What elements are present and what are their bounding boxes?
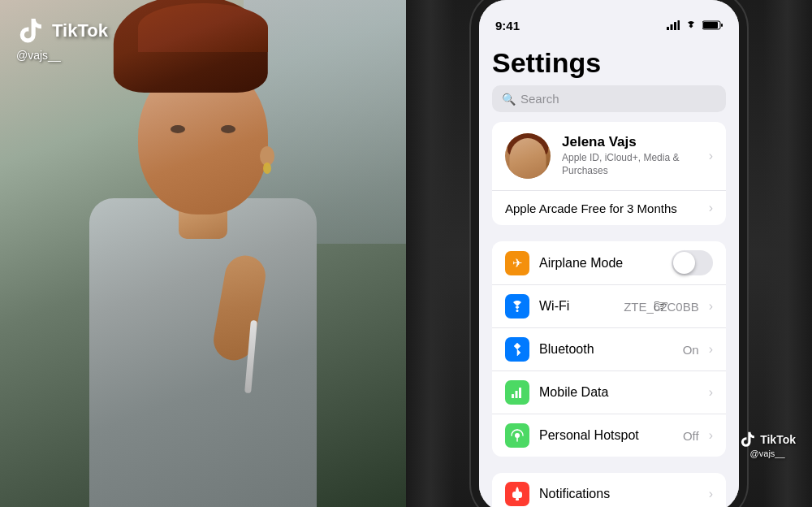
iphone-screen: 9:41 [479, 0, 739, 507]
svg-rect-0 [667, 27, 669, 30]
settings-row-airplane[interactable]: ✈ Airplane Mode [492, 241, 726, 285]
profile-section: Jelena Vajs Apple ID, iCloud+, Media & P… [492, 122, 726, 225]
search-bar[interactable]: 🔍 Search [492, 85, 726, 112]
wifi-label: Wi-Fi [539, 299, 614, 314]
hotspot-icon-svg [510, 428, 525, 443]
wifi-value: ZTE_62C0BB [624, 300, 699, 314]
settings-content: Settings 🔍 Search Jelena Vajs [479, 41, 739, 507]
bluetooth-label: Bluetooth [539, 342, 673, 357]
settings-title: Settings [479, 41, 739, 85]
status-icons [667, 20, 723, 30]
mobile-data-chevron: › [709, 385, 713, 400]
mobile-data-label: Mobile Data [539, 385, 699, 400]
airplane-mode-label: Airplane Mode [539, 256, 662, 271]
svg-rect-10 [519, 388, 521, 398]
mobile-data-icon-svg [511, 386, 524, 399]
bluetooth-value: On [683, 343, 699, 357]
profile-row[interactable]: Jelena Vajs Apple ID, iCloud+, Media & P… [492, 122, 726, 191]
tiktok-wm-handle: @vajs__ [739, 448, 796, 458]
notifications-chevron: › [709, 487, 713, 501]
tiktok-watermark-right: TikTok @vajs__ [739, 431, 796, 458]
tiktok-logo: TikTok [16, 16, 108, 46]
notifications-label: Notifications [539, 487, 699, 501]
status-bar: 9:41 [479, 0, 739, 41]
tiktok-watermark-icon [739, 431, 757, 448]
profile-info: Jelena Vajs Apple ID, iCloud+, Media & P… [562, 134, 698, 177]
edge-shadow-left [406, 0, 455, 507]
airplane-mode-icon: ✈ [505, 251, 529, 275]
arcade-chevron: › [709, 201, 713, 215]
svg-rect-9 [516, 391, 518, 398]
profile-subtitle: Apple ID, iCloud+, Media & Purchases [562, 152, 698, 177]
tiktok-icon [16, 16, 45, 46]
svg-rect-1 [671, 24, 673, 30]
svg-rect-8 [512, 394, 514, 398]
settings-row-notifications[interactable]: Notifications › [492, 473, 726, 507]
settings-row-mobile-data[interactable]: Mobile Data › [492, 371, 726, 414]
settings-row-wifi[interactable]: Wi-Fi ZTE_62C0BB › ☞ [492, 285, 726, 328]
svg-rect-14 [516, 498, 519, 500]
arcade-label: Apple Arcade Free for 3 Months [505, 202, 677, 215]
toggle-thumb [673, 252, 695, 274]
svg-rect-13 [512, 492, 522, 498]
svg-rect-2 [674, 22, 676, 30]
right-panel: 9:41 [406, 0, 812, 507]
profile-name: Jelena Vajs [562, 134, 698, 150]
hotspot-value: Off [683, 429, 699, 443]
tiktok-watermark-label: TikTok [739, 431, 796, 448]
wifi-status-icon [685, 20, 698, 30]
svg-rect-5 [703, 22, 718, 28]
airplane-mode-toggle[interactable] [672, 250, 713, 275]
mobile-data-icon [505, 380, 529, 405]
battery-icon [702, 20, 723, 30]
tiktok-label: TikTok [52, 20, 108, 41]
svg-rect-6 [721, 24, 723, 27]
avatar-face [510, 138, 546, 179]
search-icon: 🔍 [502, 93, 516, 106]
iphone-frame: 9:41 [471, 0, 747, 507]
bluetooth-icon [505, 337, 529, 362]
bluetooth-icon-svg [512, 341, 523, 358]
wifi-icon [505, 294, 529, 318]
settings-row-hotspot[interactable]: Personal Hotspot Off › [492, 414, 726, 457]
svg-rect-3 [678, 20, 680, 30]
profile-chevron: › [709, 149, 713, 163]
hotspot-label: Personal Hotspot [539, 428, 673, 443]
arcade-row[interactable]: Apple Arcade Free for 3 Months › [492, 191, 726, 225]
profile-avatar [505, 133, 551, 179]
tiktok-handle-left: @vajs__ [16, 49, 61, 62]
bluetooth-chevron: › [709, 342, 713, 357]
video-background: TikTok @vajs__ [0, 0, 406, 507]
svg-point-7 [516, 310, 519, 312]
system-group: Notifications › Sounds & Haptics › [492, 473, 726, 507]
wifi-chevron: › [709, 299, 713, 314]
left-panel: TikTok @vajs__ [0, 0, 406, 507]
hotspot-icon [505, 423, 529, 448]
tiktok-wm-text: TikTok [760, 433, 796, 446]
settings-row-bluetooth[interactable]: Bluetooth On › [492, 328, 726, 371]
connectivity-group: ✈ Airplane Mode [492, 241, 726, 457]
wifi-icon-svg [510, 301, 525, 312]
notifications-icon [505, 482, 529, 506]
status-time: 9:41 [495, 19, 520, 32]
search-placeholder: Search [520, 92, 559, 106]
notifications-icon-svg [511, 487, 524, 501]
svg-point-11 [515, 433, 520, 438]
signal-icon [667, 20, 680, 30]
hotspot-chevron: › [709, 428, 713, 443]
